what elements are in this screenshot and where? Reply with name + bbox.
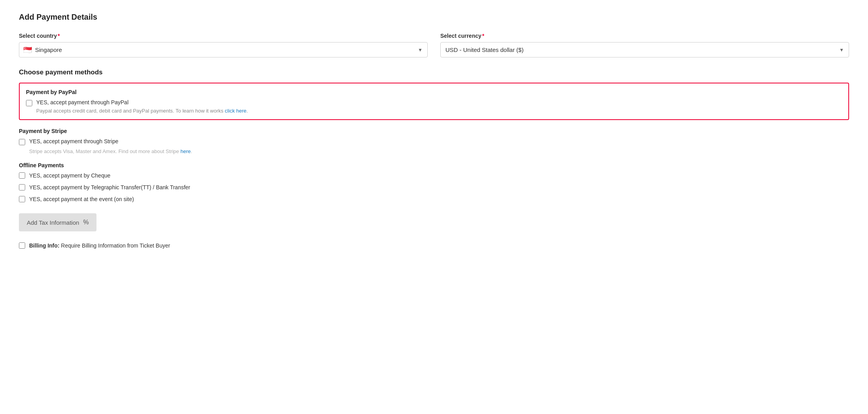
country-select-wrapper: 🇸🇬 Singapore United States United Kingdo… bbox=[19, 42, 428, 57]
paypal-checkbox-row: YES, accept payment through PayPal bbox=[26, 99, 842, 106]
offline-tt-checkbox[interactable] bbox=[19, 184, 25, 190]
stripe-section: Payment by Stripe YES, accept payment th… bbox=[19, 128, 849, 154]
add-tax-button[interactable]: Add Tax Information % bbox=[19, 213, 96, 231]
billing-row: Billing Info: Require Billing Informatio… bbox=[19, 242, 849, 249]
stripe-checkbox-row: YES, accept payment through Stripe bbox=[19, 138, 849, 145]
stripe-title: Payment by Stripe bbox=[19, 128, 849, 134]
currency-label: Select currency* bbox=[440, 33, 849, 39]
country-label: Select country* bbox=[19, 33, 428, 39]
offline-onsite-label: YES, accept payment at the event (on sit… bbox=[29, 196, 134, 202]
offline-title: Offline Payments bbox=[19, 162, 849, 168]
billing-label: Billing Info: Require Billing Informatio… bbox=[29, 242, 170, 249]
currency-select-wrapper: USD - United States dollar ($) SGD - Sin… bbox=[440, 42, 849, 57]
paypal-description: Paypal accepts credit card, debit card a… bbox=[36, 108, 842, 114]
paypal-checkbox-label: YES, accept payment through PayPal bbox=[36, 99, 128, 105]
payment-methods-title: Choose payment methods bbox=[19, 68, 849, 76]
paypal-section: Payment by PayPal YES, accept payment th… bbox=[19, 83, 849, 120]
offline-tt-label: YES, accept payment by Telegraphic Trans… bbox=[29, 184, 190, 190]
stripe-checkbox-label: YES, accept payment through Stripe bbox=[29, 138, 118, 144]
country-select[interactable]: Singapore United States United Kingdom A… bbox=[19, 43, 427, 57]
paypal-title: Payment by PayPal bbox=[26, 89, 842, 95]
paypal-checkbox[interactable] bbox=[26, 100, 32, 106]
offline-onsite-row: YES, accept payment at the event (on sit… bbox=[19, 196, 849, 202]
add-tax-label: Add Tax Information bbox=[27, 219, 79, 226]
currency-required-star: * bbox=[482, 33, 484, 39]
percent-icon: % bbox=[83, 219, 89, 226]
currency-select[interactable]: USD - United States dollar ($) SGD - Sin… bbox=[441, 43, 849, 57]
stripe-learn-link[interactable]: here bbox=[180, 148, 191, 154]
country-field-group: Select country* 🇸🇬 Singapore United Stat… bbox=[19, 33, 428, 57]
offline-tt-row: YES, accept payment by Telegraphic Trans… bbox=[19, 184, 849, 190]
offline-onsite-checkbox[interactable] bbox=[19, 196, 25, 202]
offline-cheque-label: YES, accept payment by Cheque bbox=[29, 172, 110, 179]
page-title: Add Payment Details bbox=[19, 13, 849, 22]
offline-section: Offline Payments YES, accept payment by … bbox=[19, 162, 849, 202]
offline-cheque-row: YES, accept payment by Cheque bbox=[19, 172, 849, 179]
currency-field-group: Select currency* USD - United States dol… bbox=[440, 33, 849, 57]
stripe-description: Stripe accepts Visa, Master and Amex. Fi… bbox=[29, 148, 849, 154]
country-required-star: * bbox=[57, 33, 59, 39]
paypal-learn-link[interactable]: click here bbox=[225, 108, 247, 114]
billing-checkbox[interactable] bbox=[19, 242, 25, 249]
country-currency-row: Select country* 🇸🇬 Singapore United Stat… bbox=[19, 33, 849, 57]
stripe-checkbox[interactable] bbox=[19, 139, 25, 145]
offline-cheque-checkbox[interactable] bbox=[19, 172, 25, 179]
